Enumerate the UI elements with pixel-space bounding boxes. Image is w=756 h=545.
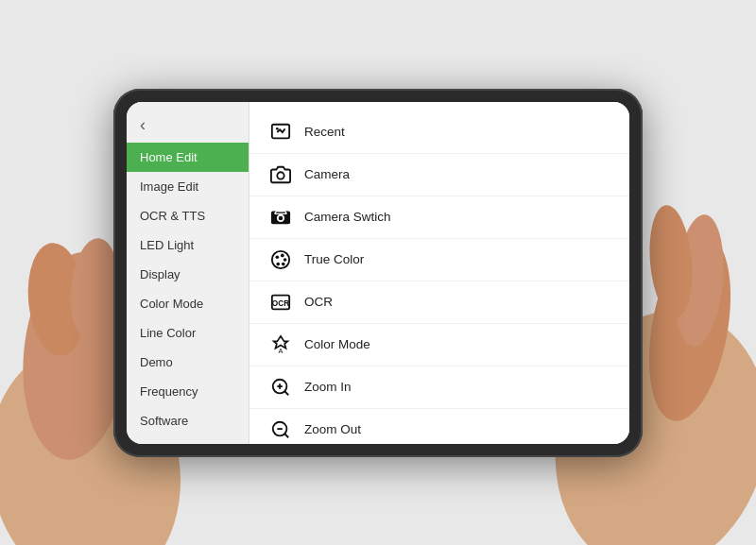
svg-point-9 bbox=[276, 127, 279, 129]
zoom-in-icon bbox=[268, 375, 293, 400]
svg-text:A: A bbox=[279, 347, 284, 355]
color-mode-icon: A bbox=[268, 332, 293, 357]
menu-item-camera-switch[interactable]: Camera Swtich bbox=[249, 196, 629, 239]
svg-point-16 bbox=[284, 258, 287, 262]
sidebar-item-display[interactable]: Display bbox=[127, 260, 249, 289]
menu-item-label: Zoom In bbox=[304, 380, 352, 394]
menu-item-label: OCR bbox=[304, 295, 333, 309]
menu-item-ocr[interactable]: OCROCR bbox=[249, 281, 629, 324]
menu-item-zoom-out[interactable]: Zoom Out bbox=[249, 409, 629, 444]
zoom-out-icon bbox=[268, 417, 293, 442]
menu-item-label: True Color bbox=[304, 252, 364, 266]
palette-icon bbox=[268, 247, 293, 272]
sidebar-item-demo[interactable]: Demo bbox=[127, 348, 249, 377]
menu-item-label: Zoom Out bbox=[304, 422, 361, 436]
svg-point-15 bbox=[281, 253, 284, 257]
menu-item-camera[interactable]: Camera bbox=[249, 154, 629, 196]
menu-item-true-color[interactable]: True Color bbox=[249, 239, 629, 281]
tablet: ‹ Home EditImage EditOCR & TTSLED LightD… bbox=[113, 89, 643, 457]
menu-item-label: Camera Swtich bbox=[304, 210, 391, 224]
sidebar: ‹ Home EditImage EditOCR & TTSLED LightD… bbox=[127, 102, 249, 444]
back-button[interactable]: ‹ bbox=[127, 110, 249, 143]
sidebar-item-software[interactable]: Software bbox=[127, 406, 249, 435]
image-icon bbox=[268, 120, 293, 145]
sidebar-item-restore[interactable]: Restore bbox=[127, 435, 249, 444]
menu-item-recent[interactable]: Recent bbox=[249, 111, 629, 154]
menu-item-color-mode[interactable]: AColor Mode bbox=[249, 324, 629, 366]
sidebar-item-color-mode[interactable]: Color Mode bbox=[127, 289, 249, 318]
ocr-icon: OCR bbox=[268, 290, 293, 315]
svg-line-23 bbox=[284, 391, 288, 395]
sidebar-item-line-color[interactable]: Line Color bbox=[127, 318, 249, 348]
menu-item-label: Camera bbox=[304, 167, 350, 181]
main-content: RecentCameraCamera SwtichTrue ColorOCROC… bbox=[249, 102, 629, 444]
camera-switch-icon bbox=[268, 205, 293, 230]
sidebar-item-frequency[interactable]: Frequency bbox=[127, 377, 249, 406]
svg-point-10 bbox=[277, 172, 284, 179]
sidebar-item-ocr-tts[interactable]: OCR & TTS bbox=[127, 201, 249, 230]
sidebar-item-image-edit[interactable]: Image Edit bbox=[127, 172, 249, 201]
svg-point-18 bbox=[276, 262, 280, 265]
screen: ‹ Home EditImage EditOCR & TTSLED LightD… bbox=[127, 102, 629, 444]
svg-line-27 bbox=[284, 434, 288, 437]
svg-text:OCR: OCR bbox=[272, 298, 289, 307]
sidebar-item-home-edit[interactable]: Home Edit bbox=[127, 143, 249, 172]
sidebar-item-led-light[interactable]: LED Light bbox=[127, 230, 249, 260]
camera-icon bbox=[268, 162, 293, 187]
svg-rect-11 bbox=[271, 211, 290, 224]
svg-point-14 bbox=[276, 255, 280, 259]
menu-item-label: Color Mode bbox=[304, 337, 370, 351]
svg-point-17 bbox=[282, 262, 285, 265]
menu-item-zoom-in[interactable]: Zoom In bbox=[249, 366, 629, 409]
menu-item-label: Recent bbox=[304, 125, 345, 139]
